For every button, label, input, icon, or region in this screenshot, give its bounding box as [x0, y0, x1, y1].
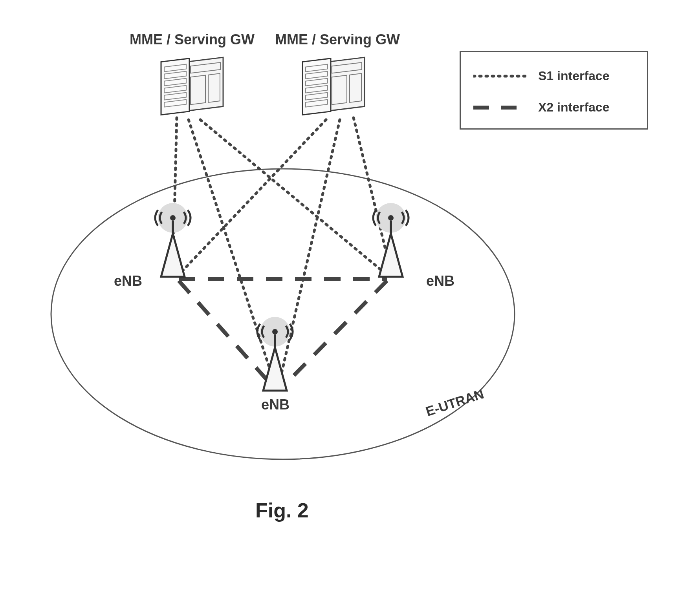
enb-left: [141, 200, 204, 279]
enb-icon: [141, 200, 204, 279]
server-icon: [153, 51, 232, 118]
gateway-server-2: [295, 51, 373, 118]
enb-left-label: eNB: [114, 273, 142, 289]
svg-point-37: [388, 215, 394, 221]
legend-s1-swatch: [473, 71, 526, 81]
legend-x2-swatch: [473, 103, 526, 112]
legend-s1-row: S1 interface: [473, 69, 609, 83]
enb-icon: [244, 314, 306, 393]
gateway-server-1: [153, 51, 232, 118]
gateway-2-label: MME / Serving GW: [275, 31, 400, 48]
enb-right-label: eNB: [426, 273, 454, 289]
legend-box: [460, 51, 648, 130]
enb-icon: [359, 200, 422, 279]
svg-point-34: [170, 215, 176, 221]
enb-right: [359, 200, 422, 279]
enb-bottom: [244, 314, 306, 393]
svg-point-40: [272, 329, 278, 334]
figure-caption: Fig. 2: [255, 499, 309, 522]
enb-bottom-label: eNB: [261, 397, 290, 413]
legend-x2-row: X2 interface: [473, 100, 609, 115]
legend-s1-text: S1 interface: [538, 69, 609, 83]
server-icon: [295, 51, 373, 118]
gateway-1-label: MME / Serving GW: [130, 31, 255, 48]
diagram-stage: MME / Serving GW MME / Serving GW: [0, 0, 700, 603]
legend-x2-text: X2 interface: [538, 100, 609, 115]
